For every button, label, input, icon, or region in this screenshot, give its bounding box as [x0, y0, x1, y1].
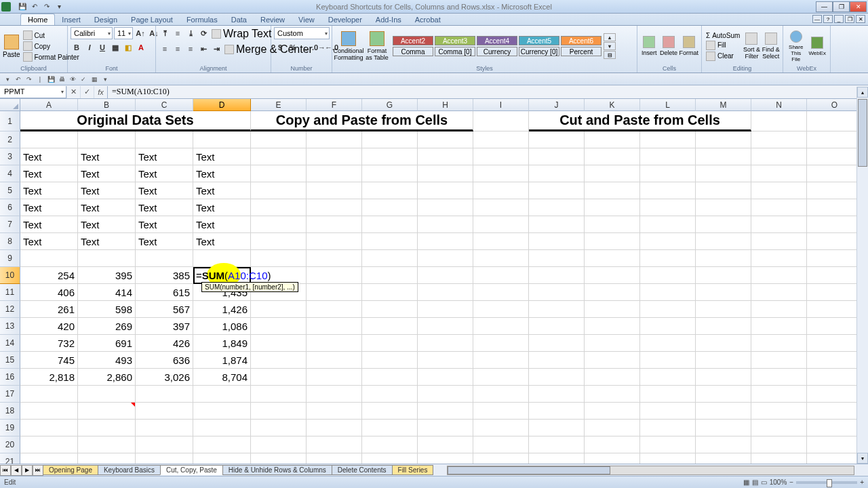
- cell-G16[interactable]: [362, 369, 418, 386]
- style-accent2[interactable]: Accent2: [393, 36, 433, 45]
- cell-I14[interactable]: [473, 335, 529, 352]
- cell-G4[interactable]: [362, 165, 418, 182]
- cell-D16[interactable]: 8,704: [193, 369, 251, 386]
- cell-D6[interactable]: Text: [193, 199, 251, 216]
- font-name-select[interactable]: Calibri: [71, 27, 113, 39]
- cell-I17[interactable]: [473, 386, 529, 403]
- minimize-button[interactable]: —: [816, 1, 833, 12]
- row-header-6[interactable]: 6: [0, 199, 20, 216]
- cell-E18[interactable]: [251, 403, 307, 420]
- cell-B8[interactable]: Text: [78, 233, 136, 250]
- cell-C7[interactable]: Text: [136, 216, 193, 233]
- cell-D18[interactable]: [193, 403, 251, 420]
- cell-D13[interactable]: 1,086: [193, 318, 251, 335]
- cell-N6[interactable]: [751, 199, 807, 216]
- cell-J6[interactable]: [529, 199, 585, 216]
- style-accent4[interactable]: Accent4: [477, 36, 517, 45]
- styles-more-icon[interactable]: ⊟: [604, 51, 616, 59]
- fx-button[interactable]: fx: [94, 86, 107, 98]
- cell-L8[interactable]: [640, 233, 696, 250]
- cell-N8[interactable]: [751, 233, 807, 250]
- cell-K7[interactable]: [585, 216, 640, 233]
- cell-N2[interactable]: [751, 131, 807, 148]
- close-button[interactable]: ✕: [850, 1, 867, 12]
- cell-J4[interactable]: [529, 165, 585, 182]
- col-header-E[interactable]: E: [251, 99, 307, 111]
- view-layout-icon[interactable]: ▤: [752, 479, 758, 486]
- cell-C16[interactable]: 3,026: [136, 369, 193, 386]
- cell-M2[interactable]: [696, 131, 751, 148]
- cell-H2[interactable]: [418, 131, 473, 148]
- cell-F10[interactable]: [307, 267, 362, 284]
- cell-I16[interactable]: [473, 369, 529, 386]
- scroll-down-icon[interactable]: ▾: [857, 453, 868, 464]
- cell-J10[interactable]: [529, 267, 585, 284]
- col-header-H[interactable]: H: [418, 99, 473, 111]
- cell-K4[interactable]: [585, 165, 640, 182]
- cell-K6[interactable]: [585, 199, 640, 216]
- cell-G9[interactable]: [362, 250, 418, 267]
- cell-I18[interactable]: [473, 403, 529, 420]
- qat2-btn[interactable]: ↷: [24, 75, 34, 84]
- cell-B13[interactable]: 269: [78, 318, 136, 335]
- cell-I3[interactable]: [473, 148, 529, 165]
- cell-M13[interactable]: [696, 318, 751, 335]
- currency-icon[interactable]: $: [274, 41, 286, 54]
- cell-I19[interactable]: [473, 420, 529, 436]
- doc-min-icon[interactable]: _: [834, 15, 844, 23]
- cell-A4[interactable]: Text: [20, 165, 78, 182]
- cell-F18[interactable]: [307, 403, 362, 420]
- indent-icon[interactable]: ⇥: [210, 43, 222, 55]
- cell-E7[interactable]: [251, 216, 307, 233]
- vertical-scrollbar[interactable]: ▴ ▾: [856, 87, 868, 464]
- style-currency0[interactable]: Currency [0]: [519, 47, 559, 56]
- cell-L4[interactable]: [640, 165, 696, 182]
- cell-I15[interactable]: [473, 352, 529, 369]
- cell-H9[interactable]: [418, 250, 473, 267]
- cell-D10[interactable]: =SUM(A10:C10)SUM(number1, [number2], ...…: [193, 267, 251, 284]
- cell-H19[interactable]: [418, 420, 473, 436]
- formula-input[interactable]: =SUM(A10:C10): [108, 87, 868, 97]
- cell-G10[interactable]: [362, 267, 418, 284]
- cell-A3[interactable]: Text: [20, 148, 78, 165]
- cell-E12[interactable]: [251, 301, 307, 318]
- style-percent[interactable]: Percent: [561, 47, 601, 56]
- scroll-up-icon[interactable]: ▴: [857, 87, 868, 98]
- cell-I4[interactable]: [473, 165, 529, 182]
- name-box[interactable]: PPMT: [0, 86, 66, 98]
- percent-icon[interactable]: %: [287, 41, 299, 54]
- cell-M4[interactable]: [696, 165, 751, 182]
- cell-F11[interactable]: [307, 284, 362, 301]
- cell-I13[interactable]: [473, 318, 529, 335]
- number-format-select[interactable]: Custom: [274, 27, 330, 39]
- cell-B4[interactable]: Text: [78, 165, 136, 182]
- col-header-D[interactable]: D: [193, 99, 251, 111]
- cell-G11[interactable]: [362, 284, 418, 301]
- share-file-button[interactable]: Share This File: [786, 29, 806, 63]
- cell-A15[interactable]: 745: [20, 352, 78, 369]
- cell-G12[interactable]: [362, 301, 418, 318]
- cell-C17[interactable]: [136, 386, 193, 403]
- cell-O16[interactable]: [807, 369, 863, 386]
- align-bot-icon[interactable]: ⤓: [184, 27, 197, 39]
- cell-O17[interactable]: [807, 386, 863, 403]
- cell-L3[interactable]: [640, 148, 696, 165]
- tab-developer[interactable]: Developer: [321, 14, 369, 25]
- cell-C12[interactable]: 567: [136, 301, 193, 318]
- cell-N3[interactable]: [751, 148, 807, 165]
- format-button[interactable]: Format: [679, 29, 698, 63]
- italic-button[interactable]: I: [83, 41, 96, 54]
- cell-C19[interactable]: [136, 420, 193, 436]
- cell-O4[interactable]: [807, 165, 863, 182]
- cell-F7[interactable]: [307, 216, 362, 233]
- cell-L10[interactable]: [640, 267, 696, 284]
- cell-A11[interactable]: 406: [20, 284, 78, 301]
- cell-K18[interactable]: [585, 403, 640, 420]
- cell-N13[interactable]: [751, 318, 807, 335]
- qat2-btn[interactable]: 🖶: [57, 75, 66, 84]
- cell-M8[interactable]: [696, 233, 751, 250]
- cell-K5[interactable]: [585, 182, 640, 199]
- qat2-btn[interactable]: 👁: [68, 75, 77, 84]
- cell-F17[interactable]: [307, 386, 362, 403]
- cell-I11[interactable]: [473, 284, 529, 301]
